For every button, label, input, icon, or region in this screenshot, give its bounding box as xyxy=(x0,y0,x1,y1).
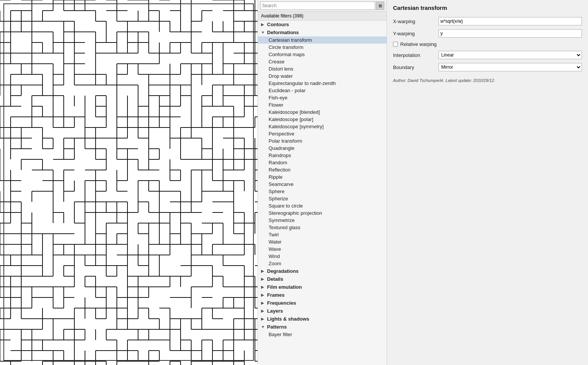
category-item[interactable]: ▼Patterns xyxy=(258,323,387,331)
arrow-right-icon: ▶ xyxy=(261,309,266,313)
available-filters-header: Available filters (398) xyxy=(258,12,387,20)
interpolation-row: Interpolation Linear Nearest Bicubic xyxy=(393,51,582,59)
arrow-right-icon: ▶ xyxy=(261,22,266,27)
filter-item[interactable]: Crease xyxy=(258,58,387,65)
filter-item[interactable]: Sphere xyxy=(258,188,387,195)
category-label: Lights & shadows xyxy=(267,316,309,322)
search-input[interactable] xyxy=(260,2,375,10)
filter-item[interactable]: Perspective xyxy=(258,130,387,137)
panel-title: Cartesian transform xyxy=(393,5,582,11)
filter-item[interactable]: Ripple xyxy=(258,173,387,181)
y-warping-row: Y-warping xyxy=(393,29,582,38)
arrow-right-icon: ▶ xyxy=(261,285,266,289)
category-label: Frequencies xyxy=(267,300,296,306)
search-bar: ⊞ xyxy=(258,0,387,12)
preview-canvas xyxy=(0,0,258,365)
filter-item[interactable]: Kaleidoscope [polar] xyxy=(258,116,387,123)
x-warping-input[interactable] xyxy=(439,17,582,25)
filter-item[interactable]: Zoom xyxy=(258,260,387,267)
canvas-area xyxy=(0,0,258,365)
x-warping-label: X-warping xyxy=(393,19,439,24)
category-item[interactable]: ▶Frames xyxy=(258,291,387,299)
filter-item[interactable]: Square to circle xyxy=(258,202,387,209)
filter-item[interactable]: Seamcarve xyxy=(258,181,387,188)
category-label: Frames xyxy=(267,292,285,298)
filter-item[interactable]: Quadrangle xyxy=(258,145,387,152)
arrow-right-icon: ▶ xyxy=(261,301,266,305)
category-item[interactable]: ▶Details xyxy=(258,275,387,283)
filter-item[interactable]: Distort lens xyxy=(258,65,387,72)
filter-item[interactable]: Water xyxy=(258,238,387,245)
relative-warping-label: Relative warping xyxy=(400,41,437,47)
category-label: Deformations xyxy=(267,30,299,35)
boundary-row: Boundary Mirror Periodic Black Nearest xyxy=(393,63,582,71)
category-label: Degradations xyxy=(267,268,299,274)
filter-list: ▶Contours▼DeformationsCartesian transfor… xyxy=(258,20,387,365)
arrow-right-icon: ▶ xyxy=(261,269,266,274)
filter-item[interactable]: Textured glass xyxy=(258,224,387,231)
search-icon: ⊞ xyxy=(379,3,382,8)
category-label: Film emulation xyxy=(267,284,302,290)
arrow-down-icon: ▼ xyxy=(261,325,266,329)
filter-item[interactable]: Polar transform xyxy=(258,137,387,145)
filter-item[interactable]: Wave xyxy=(258,245,387,253)
boundary-select[interactable]: Mirror Periodic Black Nearest xyxy=(439,63,582,71)
arrow-right-icon: ▶ xyxy=(261,317,266,321)
interpolation-label: Interpolation xyxy=(393,52,439,58)
boundary-label: Boundary xyxy=(393,65,439,70)
y-warping-label: Y-warping xyxy=(393,31,439,36)
filter-item[interactable]: Wind xyxy=(258,253,387,260)
filter-item[interactable]: Reflection xyxy=(258,166,387,173)
arrow-right-icon: ▶ xyxy=(261,293,266,297)
filter-item[interactable]: Bayer filter xyxy=(258,331,387,338)
relative-warping-checkbox[interactable] xyxy=(393,42,398,47)
filter-panel: ⊞ Available filters (398) ▶Contours▼Defo… xyxy=(258,0,387,365)
arrow-down-icon: ▼ xyxy=(261,30,266,35)
category-item[interactable]: ▼Deformations xyxy=(258,28,387,36)
relative-warping-row: Relative warping xyxy=(393,41,582,47)
filter-item[interactable]: Symmetrize xyxy=(258,217,387,224)
filter-item[interactable]: Flower xyxy=(258,101,387,109)
filter-item[interactable]: Stereographic projection xyxy=(258,209,387,217)
interpolation-select[interactable]: Linear Nearest Bicubic xyxy=(439,51,582,59)
filter-item[interactable]: Circle transform xyxy=(258,44,387,51)
category-item[interactable]: ▶Film emulation xyxy=(258,283,387,291)
filter-item[interactable]: Spherize xyxy=(258,195,387,202)
category-item[interactable]: ▶Degradations xyxy=(258,267,387,275)
filter-item[interactable]: Kaleidoscope [symmetry] xyxy=(258,123,387,130)
category-item[interactable]: ▶Lights & shadows xyxy=(258,315,387,323)
filter-item[interactable]: Euclidean - polar xyxy=(258,87,387,94)
search-button[interactable]: ⊞ xyxy=(376,2,384,10)
filter-item[interactable]: Cartesian transform xyxy=(258,36,387,44)
x-warping-row: X-warping xyxy=(393,17,582,25)
y-warping-input[interactable] xyxy=(439,29,582,38)
filter-item[interactable]: Kaleidoscope [blended] xyxy=(258,109,387,116)
properties-panel: Cartesian transform X-warping Y-warping … xyxy=(387,0,588,365)
category-label: Patterns xyxy=(267,324,287,330)
filter-item[interactable]: Random xyxy=(258,159,387,166)
category-item[interactable]: ▶Contours xyxy=(258,20,387,28)
arrow-right-icon: ▶ xyxy=(261,277,266,282)
filter-item[interactable]: Conformal maps xyxy=(258,51,387,58)
category-label: Details xyxy=(267,276,283,282)
filter-item[interactable]: Drop water xyxy=(258,72,387,80)
category-label: Contours xyxy=(267,22,289,27)
filter-item[interactable]: Equirectangular to nadir-zenith xyxy=(258,80,387,87)
filter-item[interactable]: Twirl xyxy=(258,231,387,238)
author-info: Author: David Tschumperlé. Latest update… xyxy=(393,78,582,83)
filter-item[interactable]: Fish-eye xyxy=(258,94,387,101)
category-label: Layers xyxy=(267,308,283,314)
category-item[interactable]: ▶Layers xyxy=(258,307,387,315)
category-item[interactable]: ▶Frequencies xyxy=(258,299,387,307)
filter-item[interactable]: Raindrops xyxy=(258,152,387,159)
